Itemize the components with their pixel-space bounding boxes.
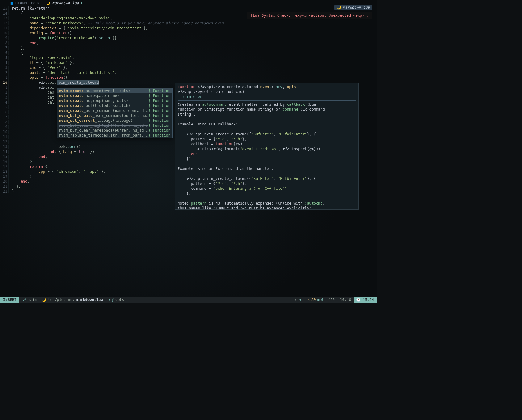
completion-item[interactable]: nvim_create_augroup(name, opts)⨍ Functio… [57,98,172,103]
diagnostics-count: ⚠ 30 ▣ 6 [305,298,326,302]
doc-line: pattern = {"*.c", "*.h"}, [178,181,356,186]
code-line[interactable]: 10▎ config = function() [0,31,377,36]
tab-markdown-lua[interactable]: 🌙 markdown.lua ● [43,0,86,6]
git-sign-icon: ▎ [9,56,12,61]
line-number: 15 [0,6,9,11]
git-sign-icon: ▎ [9,100,12,105]
line-number: 22 [0,189,9,194]
completion-item[interactable]: nvim_create_namespace(name)⨍ Function [57,93,172,98]
completion-kind: ⨍ Function [149,99,170,103]
doc-line: string). [178,112,356,117]
doc-line: Example using an Ex command as the handl… [178,166,356,171]
doc-line: command = "echo 'Entering a C or C++ fil… [178,186,356,191]
git-sign-icon: ▎ [9,105,12,110]
line-number: 16 [0,159,9,164]
file-icon: 📘 [10,2,14,5]
tab-label: README.md [15,1,36,5]
close-icon[interactable]: × [37,2,39,5]
git-sign-icon: ▎ [9,66,12,70]
code-line[interactable]: 9▎ require("render-markdown").setup {} [0,36,377,41]
completion-label: nvim_buf_clear_highlight(buffer, ns_id,… [59,123,149,128]
documentation-popup[interactable]: function vim.api.nvim_create_autocmd(eve… [175,83,359,210]
git-sign-icon: ▎ [9,130,12,135]
doc-line [178,127,356,132]
git-sign-icon: ▎ [9,159,12,164]
completion-label: nvim_buf_clear_namespace(buffer, ns_id, … [59,128,149,133]
line-number: 12 [0,21,9,26]
git-sign-icon: ▎ [9,85,12,90]
completion-label: nvim_create_buf(listed, scratch) [59,104,149,108]
git-sign-icon: ▎ [9,80,12,85]
doc-line: function or Vimscript function name stri… [178,107,356,112]
git-sign-icon: ▎ [9,174,12,179]
completion-kind: ⨍ Function [149,108,170,113]
git-sign-icon: ▎ [9,21,12,26]
file-path: 🌙 lua/plugins/markdown.lua [39,298,105,302]
line-number: 15 [0,155,9,159]
code-line[interactable]: 2▎ build = "deno task --quiet build:fast… [0,70,377,75]
git-sign-icon: ▎ [9,120,12,125]
code-content: require("render-markdown").setup {} [12,36,377,41]
code-content: return {kw-return [12,6,377,11]
line-number: 1 [0,85,9,90]
code-content: config = function() [12,31,377,36]
branch-icon: ⎇ [22,298,26,302]
git-sign-icon: ▎ [9,6,12,11]
completion-kind: ⨍ Function [149,123,170,128]
line-number: 8 [0,41,9,46]
code-line[interactable]: 11▎ dependencies = { "nvim-treesitter/nv… [0,26,377,31]
doc-signature: function vim.api.nvim_create_autocmd(eve… [178,84,356,94]
completion-kind: ⨍ Function [149,128,170,133]
doc-line: Example using Lua callback: [178,122,356,127]
doc-body: Creates an autocommand event handler, de… [178,102,356,210]
completion-item[interactable]: nvim_set_current_tabpage(tabpage)⨍ Funct… [57,118,172,123]
code-content: { [12,51,377,56]
line-number: 11 [0,26,9,31]
git-sign-icon: ▎ [9,11,12,16]
code-line[interactable]: 15▎return {kw-return [0,6,377,11]
completion-item[interactable]: nvim_create_user_command(name, command,…… [57,108,172,113]
doc-line: Creates an autocommand event handler, de… [178,102,356,107]
completion-popup[interactable]: nvim_create_autocmd(event, opts)⨍ Functi… [57,88,173,138]
completion-item[interactable]: nvim_buf_clear_namespace(buffer, ns_id, … [57,128,172,133]
code-line[interactable]: 8▎ end, [0,41,377,46]
git-sign-icon: ▎ [9,150,12,155]
function-icon: ⨍ [112,298,114,302]
completion-item[interactable]: nvim_buf_clear_highlight(buffer, ns_id,…… [57,123,172,128]
line-number: 14 [0,11,9,16]
doc-line: vim.api.nvim_create_autocmd({"BufEnter",… [178,132,356,137]
code-content: name = "render-markdown", -- Only needed… [12,21,377,26]
mode-indicator: INSERT [0,297,19,303]
code-line[interactable]: 14▎ { [0,11,377,16]
line-number: 2 [0,90,9,95]
completion-item[interactable]: nvim_buf_create_user_command(buffer, na…… [57,113,172,118]
code-line[interactable]: 6▎ { [0,51,377,56]
code-line[interactable]: 4▎ ft = { "markdown" }, [0,61,377,66]
doc-line: Note: pattern is NOT automatically expan… [178,201,356,206]
completion-item[interactable]: nvim_replace_termcodes(str, from_part, …… [57,133,172,138]
completion-label: nvim_create_user_command(name, command,… [59,108,149,113]
line-number: 6 [0,110,9,115]
line-number: 7 [0,46,9,51]
line-number: 14 [0,150,9,155]
line-number: 16 [0,80,9,85]
completion-kind: ⨍ Function [149,89,170,93]
code-line[interactable]: 7▎ }, [0,46,377,51]
completion-item[interactable]: nvim_create_buf(listed, scratch)⨍ Functi… [57,103,172,108]
line-number: 12 [0,140,9,145]
code-line[interactable]: 12▎ name = "render-markdown", -- Only ne… [0,21,377,26]
code-line[interactable]: 3▎ cmd = { "Peek" }, [0,66,377,70]
tab-label: markdown.lua [52,1,79,5]
git-branch: ⎇ main [19,298,39,302]
completion-item[interactable]: nvim_create_autocmd(event, opts)⨍ Functi… [57,88,172,93]
git-sign-icon: ▎ [9,110,12,115]
code-line[interactable]: 1▎ opts = function() [0,75,377,80]
code-line[interactable]: 5▎ "toppair/peek.nvim", [0,56,377,61]
doc-line [178,117,356,122]
doc-line: pattern = {"*.c", "*.h"}, [178,137,356,142]
doc-line [178,161,356,166]
completion-kind: ⨍ Function [149,113,170,118]
code-line[interactable]: 13▎ "MeanderingProgrammer/markdown.nvim"… [0,16,377,21]
line-number: 5 [0,56,9,61]
tab-readme[interactable]: 📘 README.md × [6,0,43,6]
